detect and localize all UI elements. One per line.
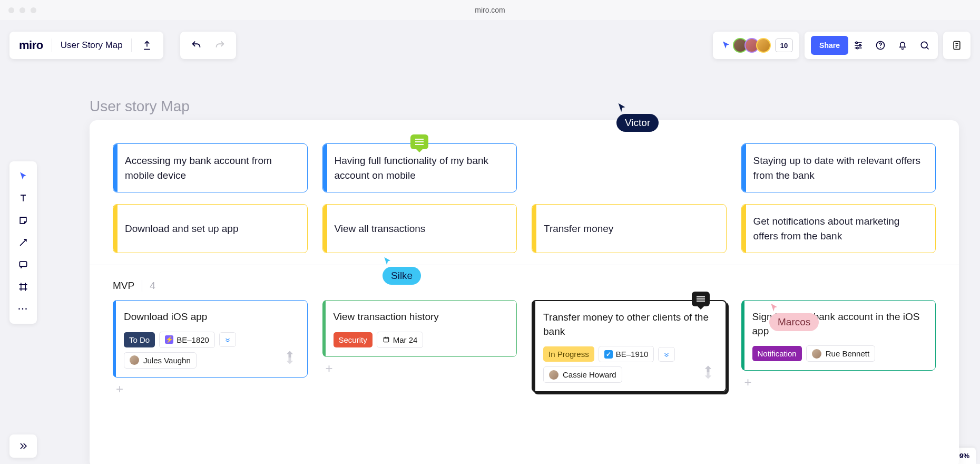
priority-icon[interactable] xyxy=(219,332,236,347)
miro-logo[interactable]: miro xyxy=(19,38,43,52)
add-story-button[interactable]: + xyxy=(113,378,308,401)
redo-icon[interactable] xyxy=(213,38,227,52)
epic-card[interactable]: Having full functionality of my bank acc… xyxy=(322,143,517,192)
help-icon[interactable] xyxy=(874,38,887,52)
story-title: Transfer money to other clients of the b… xyxy=(543,311,715,339)
presence-cursor-marcos: Marcos xyxy=(769,303,819,331)
search-icon[interactable] xyxy=(918,38,932,52)
status-tag[interactable]: In Progress xyxy=(543,346,594,362)
step-card[interactable]: Get notifications about marketing offers… xyxy=(741,204,936,253)
canvas-title: User story Map xyxy=(90,98,190,115)
comment-indicator[interactable] xyxy=(410,134,428,149)
notes-panel-button[interactable] xyxy=(943,32,971,59)
epic-slot-empty xyxy=(532,143,727,192)
step-text: Transfer money xyxy=(544,221,613,236)
avatar-count[interactable]: 10 xyxy=(775,38,793,52)
board-header: miro User Story Map xyxy=(9,32,163,59)
priority-icon[interactable] xyxy=(658,347,675,362)
calendar-icon xyxy=(383,336,390,343)
share-button[interactable]: Share xyxy=(811,36,848,55)
browser-chrome: miro.com xyxy=(0,0,980,20)
svg-point-0 xyxy=(856,42,857,43)
address-bar[interactable]: miro.com xyxy=(475,6,505,14)
epic-card[interactable]: Staying up to date with relevant offers … xyxy=(741,143,936,192)
step-card[interactable]: Transfer money xyxy=(532,204,727,253)
expand-toolbar-button[interactable] xyxy=(9,434,37,458)
text-tool[interactable] xyxy=(14,189,33,208)
presence-label: Marcos xyxy=(769,313,819,331)
step-card[interactable]: View all transactions xyxy=(322,204,517,253)
svg-point-4 xyxy=(880,47,881,48)
board-tools-pill: Share xyxy=(805,32,938,59)
frame-tool[interactable] xyxy=(14,277,33,296)
cursor-arrow-icon xyxy=(719,38,733,52)
epic-text: Accessing my bank account from mobile de… xyxy=(125,153,296,182)
presence-label: Silke xyxy=(383,267,421,285)
line-tool[interactable] xyxy=(14,233,33,252)
cursor-icon xyxy=(769,303,780,313)
svg-point-2 xyxy=(857,47,858,49)
add-story-button[interactable]: + xyxy=(322,357,517,380)
epic-text: Staying up to date with relevant offers … xyxy=(753,153,924,182)
check-icon: ✓ xyxy=(604,350,613,359)
divider xyxy=(52,38,52,52)
status-tag[interactable]: Security xyxy=(334,332,373,347)
traffic-lights xyxy=(8,7,36,13)
avatar-icon xyxy=(812,349,821,359)
step-row: Download and set up app View all transac… xyxy=(113,204,936,253)
side-toolbar: ··· xyxy=(9,161,37,324)
presence-pill[interactable]: 10 xyxy=(713,32,799,59)
avatar[interactable] xyxy=(756,38,771,53)
sticky-note-tool[interactable] xyxy=(14,211,33,230)
release-count: 4 xyxy=(142,280,155,292)
jira-icon xyxy=(700,364,716,384)
presence-label: Victor xyxy=(616,114,659,132)
assignee-tag[interactable]: Jules Vaughn xyxy=(124,352,197,369)
step-text: View all transactions xyxy=(335,221,426,236)
bolt-icon: ⚡ xyxy=(165,335,173,344)
release-header[interactable]: MVP 4 xyxy=(113,265,936,300)
jira-icon xyxy=(282,350,298,370)
maximize-window[interactable] xyxy=(31,7,36,13)
epic-row: Accessing my bank account from mobile de… xyxy=(113,143,936,192)
assignee-tag[interactable]: Rue Bennett xyxy=(806,345,875,362)
status-tag[interactable]: To Do xyxy=(124,332,155,347)
story-map-board[interactable]: Accessing my bank account from mobile de… xyxy=(90,120,959,464)
cursor-icon xyxy=(616,102,628,114)
story-card[interactable]: View transaction history Security Mar 24 xyxy=(322,300,517,357)
story-title: Download iOS app xyxy=(124,310,297,324)
settings-icon[interactable] xyxy=(851,38,865,52)
step-text: Download and set up app xyxy=(125,221,239,236)
undo-redo-group xyxy=(180,32,236,59)
select-tool[interactable] xyxy=(14,167,33,186)
more-tools[interactable]: ··· xyxy=(14,299,33,318)
story-card-selected[interactable]: Transfer money to other clients of the b… xyxy=(532,300,727,392)
export-icon[interactable] xyxy=(140,38,154,52)
epic-card[interactable]: Accessing my bank account from mobile de… xyxy=(113,143,308,192)
board-actions: 10 Share xyxy=(713,32,971,59)
undo-icon[interactable] xyxy=(190,38,203,52)
status-tag[interactable]: Notification xyxy=(752,346,802,361)
minimize-window[interactable] xyxy=(19,7,25,13)
comment-indicator[interactable] xyxy=(692,292,710,306)
release-name: MVP xyxy=(113,280,134,292)
assignee-tag[interactable]: Cassie Howard xyxy=(543,366,622,383)
presence-cursor-silke: Silke xyxy=(383,256,421,285)
step-card[interactable]: Download and set up app xyxy=(113,204,308,253)
story-card[interactable]: Download iOS app To Do ⚡BE–1820 Jules Va… xyxy=(113,300,308,378)
svg-rect-7 xyxy=(19,262,26,266)
ticket-tag[interactable]: ✓BE–1910 xyxy=(599,346,654,362)
bell-icon[interactable] xyxy=(896,38,909,52)
presence-cursor-victor: Victor xyxy=(616,102,659,132)
comment-tool[interactable] xyxy=(14,255,33,274)
add-story-button[interactable]: + xyxy=(741,371,936,394)
board-name[interactable]: User Story Map xyxy=(61,40,123,51)
divider xyxy=(131,38,132,52)
date-tag[interactable]: Mar 24 xyxy=(377,332,424,348)
close-window[interactable] xyxy=(8,7,14,13)
ticket-tag[interactable]: ⚡BE–1820 xyxy=(159,332,215,348)
epic-text: Having full functionality of my bank acc… xyxy=(335,153,505,182)
svg-point-1 xyxy=(859,44,861,46)
step-text: Get notifications about marketing offers… xyxy=(753,214,924,243)
svg-rect-8 xyxy=(384,337,388,342)
